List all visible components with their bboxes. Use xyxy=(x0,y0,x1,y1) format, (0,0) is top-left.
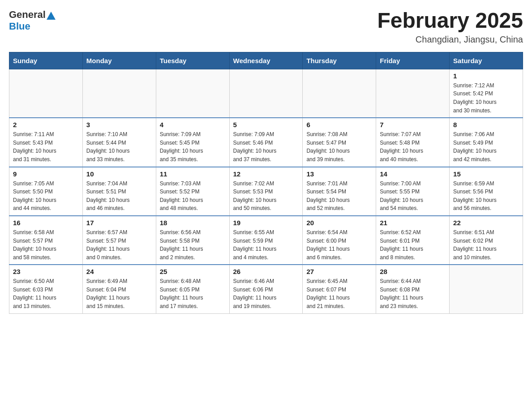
day-number: 18 xyxy=(160,219,226,227)
calendar-cell xyxy=(450,265,523,313)
calendar-cell: 2Sunrise: 7:11 AMSunset: 5:43 PMDaylight… xyxy=(9,118,83,167)
calendar-title-block: February 2025 Changdian, Jiangsu, China xyxy=(377,9,523,45)
day-number: 16 xyxy=(13,219,79,227)
calendar-cell: 25Sunrise: 6:48 AMSunset: 6:05 PMDayligh… xyxy=(156,265,229,313)
day-info: Sunrise: 7:09 AMSunset: 5:46 PMDaylight:… xyxy=(233,130,299,163)
calendar-week-row: 16Sunrise: 6:58 AMSunset: 5:57 PMDayligh… xyxy=(9,216,523,265)
day-number: 8 xyxy=(453,121,519,128)
day-number: 5 xyxy=(233,121,299,128)
calendar-cell: 15Sunrise: 6:59 AMSunset: 5:56 PMDayligh… xyxy=(450,167,523,216)
calendar-cell: 24Sunrise: 6:49 AMSunset: 6:04 PMDayligh… xyxy=(82,265,156,313)
day-info: Sunrise: 6:57 AMSunset: 5:57 PMDaylight:… xyxy=(86,228,152,261)
day-number: 22 xyxy=(453,219,519,227)
day-info: Sunrise: 6:51 AMSunset: 6:02 PMDaylight:… xyxy=(453,228,519,261)
weekday-header-tuesday: Tuesday xyxy=(156,52,229,69)
day-info: Sunrise: 7:05 AMSunset: 5:50 PMDaylight:… xyxy=(13,180,79,213)
day-number: 3 xyxy=(86,121,152,128)
logo-blue-text: Blue xyxy=(9,21,30,32)
calendar-cell xyxy=(156,69,229,118)
day-number: 23 xyxy=(13,268,79,275)
day-number: 12 xyxy=(233,170,299,178)
calendar-cell: 16Sunrise: 6:58 AMSunset: 5:57 PMDayligh… xyxy=(9,216,83,265)
calendar-cell: 21Sunrise: 6:52 AMSunset: 6:01 PMDayligh… xyxy=(376,216,450,265)
calendar-cell: 19Sunrise: 6:55 AMSunset: 5:59 PMDayligh… xyxy=(229,216,303,265)
calendar-cell: 23Sunrise: 6:50 AMSunset: 6:03 PMDayligh… xyxy=(9,265,83,313)
calendar-cell: 18Sunrise: 6:56 AMSunset: 5:58 PMDayligh… xyxy=(156,216,229,265)
calendar-cell: 8Sunrise: 7:06 AMSunset: 5:49 PMDaylight… xyxy=(450,118,523,167)
calendar-cell: 5Sunrise: 7:09 AMSunset: 5:46 PMDaylight… xyxy=(229,118,303,167)
calendar-cell: 3Sunrise: 7:10 AMSunset: 5:44 PMDaylight… xyxy=(82,118,156,167)
day-info: Sunrise: 7:03 AMSunset: 5:52 PMDaylight:… xyxy=(160,180,226,213)
day-number: 20 xyxy=(306,219,372,227)
day-info: Sunrise: 7:12 AMSunset: 5:42 PMDaylight:… xyxy=(453,81,519,115)
calendar-week-row: 9Sunrise: 7:05 AMSunset: 5:50 PMDaylight… xyxy=(9,167,523,216)
calendar-cell: 1Sunrise: 7:12 AMSunset: 5:42 PMDaylight… xyxy=(450,69,523,118)
day-info: Sunrise: 6:46 AMSunset: 6:06 PMDaylight:… xyxy=(233,277,299,310)
calendar-week-row: 23Sunrise: 6:50 AMSunset: 6:03 PMDayligh… xyxy=(9,265,523,313)
day-number: 21 xyxy=(380,219,446,227)
day-number: 4 xyxy=(160,121,226,128)
day-info: Sunrise: 7:01 AMSunset: 5:54 PMDaylight:… xyxy=(306,180,372,213)
calendar-cell: 12Sunrise: 7:02 AMSunset: 5:53 PMDayligh… xyxy=(229,167,303,216)
day-number: 28 xyxy=(380,268,446,275)
day-number: 6 xyxy=(306,121,372,128)
calendar-cell: 10Sunrise: 7:04 AMSunset: 5:51 PMDayligh… xyxy=(82,167,156,216)
calendar-cell: 13Sunrise: 7:01 AMSunset: 5:54 PMDayligh… xyxy=(303,167,376,216)
day-info: Sunrise: 7:00 AMSunset: 5:55 PMDaylight:… xyxy=(380,180,446,213)
calendar-subtitle: Changdian, Jiangsu, China xyxy=(377,34,523,45)
calendar-cell xyxy=(376,69,450,118)
calendar-cell xyxy=(9,69,83,118)
weekday-header-wednesday: Wednesday xyxy=(229,52,303,69)
calendar-cell xyxy=(303,69,376,118)
calendar-cell xyxy=(229,69,303,118)
page-header: General Blue February 2025 Changdian, Ji… xyxy=(9,9,523,45)
calendar-cell: 22Sunrise: 6:51 AMSunset: 6:02 PMDayligh… xyxy=(450,216,523,265)
day-number: 25 xyxy=(160,268,226,275)
calendar-cell: 26Sunrise: 6:46 AMSunset: 6:06 PMDayligh… xyxy=(229,265,303,313)
calendar-cell: 11Sunrise: 7:03 AMSunset: 5:52 PMDayligh… xyxy=(156,167,229,216)
day-info: Sunrise: 6:45 AMSunset: 6:07 PMDaylight:… xyxy=(306,277,372,310)
calendar-cell: 14Sunrise: 7:00 AMSunset: 5:55 PMDayligh… xyxy=(376,167,450,216)
day-number: 24 xyxy=(86,268,152,275)
calendar-cell: 7Sunrise: 7:07 AMSunset: 5:48 PMDaylight… xyxy=(376,118,450,167)
day-info: Sunrise: 7:07 AMSunset: 5:48 PMDaylight:… xyxy=(380,130,446,163)
calendar-cell: 27Sunrise: 6:45 AMSunset: 6:07 PMDayligh… xyxy=(303,265,376,313)
day-info: Sunrise: 6:52 AMSunset: 6:01 PMDaylight:… xyxy=(380,228,446,261)
weekday-header-friday: Friday xyxy=(376,52,450,69)
day-number: 19 xyxy=(233,219,299,227)
day-number: 1 xyxy=(453,72,519,80)
day-number: 15 xyxy=(453,170,519,178)
day-info: Sunrise: 6:56 AMSunset: 5:58 PMDaylight:… xyxy=(160,228,226,261)
day-info: Sunrise: 7:10 AMSunset: 5:44 PMDaylight:… xyxy=(86,130,152,163)
day-info: Sunrise: 6:48 AMSunset: 6:05 PMDaylight:… xyxy=(160,277,226,310)
logo-triangle-icon xyxy=(47,12,56,20)
weekday-header-sunday: Sunday xyxy=(9,52,83,69)
calendar-week-row: 2Sunrise: 7:11 AMSunset: 5:43 PMDaylight… xyxy=(9,118,523,167)
calendar-cell: 17Sunrise: 6:57 AMSunset: 5:57 PMDayligh… xyxy=(82,216,156,265)
day-number: 26 xyxy=(233,268,299,275)
day-info: Sunrise: 7:11 AMSunset: 5:43 PMDaylight:… xyxy=(13,130,79,163)
day-info: Sunrise: 6:59 AMSunset: 5:56 PMDaylight:… xyxy=(453,180,519,213)
calendar-title: February 2025 xyxy=(377,9,523,33)
calendar-cell: 9Sunrise: 7:05 AMSunset: 5:50 PMDaylight… xyxy=(9,167,83,216)
day-info: Sunrise: 6:55 AMSunset: 5:59 PMDaylight:… xyxy=(233,228,299,261)
day-info: Sunrise: 7:04 AMSunset: 5:51 PMDaylight:… xyxy=(86,180,152,213)
calendar-week-row: 1Sunrise: 7:12 AMSunset: 5:42 PMDaylight… xyxy=(9,69,523,118)
day-number: 11 xyxy=(160,170,226,178)
logo: General Blue xyxy=(9,9,56,32)
day-number: 14 xyxy=(380,170,446,178)
weekday-header-saturday: Saturday xyxy=(450,52,523,69)
day-number: 7 xyxy=(380,121,446,128)
day-info: Sunrise: 6:50 AMSunset: 6:03 PMDaylight:… xyxy=(13,277,79,310)
day-info: Sunrise: 7:06 AMSunset: 5:49 PMDaylight:… xyxy=(453,130,519,163)
calendar-cell: 28Sunrise: 6:44 AMSunset: 6:08 PMDayligh… xyxy=(376,265,450,313)
day-info: Sunrise: 6:58 AMSunset: 5:57 PMDaylight:… xyxy=(13,228,79,261)
weekday-header-thursday: Thursday xyxy=(303,52,376,69)
calendar-cell: 20Sunrise: 6:54 AMSunset: 6:00 PMDayligh… xyxy=(303,216,376,265)
day-number: 27 xyxy=(306,268,372,275)
calendar-table: SundayMondayTuesdayWednesdayThursdayFrid… xyxy=(9,52,523,314)
calendar-cell: 6Sunrise: 7:08 AMSunset: 5:47 PMDaylight… xyxy=(303,118,376,167)
calendar-header-row: SundayMondayTuesdayWednesdayThursdayFrid… xyxy=(9,52,523,69)
calendar-cell: 4Sunrise: 7:09 AMSunset: 5:45 PMDaylight… xyxy=(156,118,229,167)
day-number: 2 xyxy=(13,121,79,128)
